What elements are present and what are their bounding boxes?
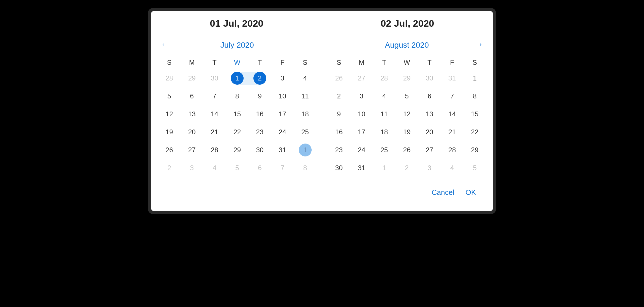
calendar-day[interactable]: 23 [328,141,350,159]
calendar-day[interactable]: 21 [203,123,226,141]
calendar-day[interactable]: 17 [350,123,373,141]
calendar-day[interactable]: 23 [248,123,271,141]
calendar-day[interactable]: 27 [418,141,441,159]
calendar-day[interactable]: 27 [181,141,203,159]
calendar-day[interactable]: 3 [418,159,441,177]
calendar-day[interactable]: 30 [248,141,271,159]
calendar-day[interactable]: 19 [396,123,418,141]
calendar-day[interactable]: 7 [203,87,226,105]
calendar-day[interactable]: 26 [328,69,350,87]
calendar-day[interactable]: 29 [463,141,486,159]
calendar-day[interactable]: 5 [158,87,181,105]
start-date-label: 01 Jul, 2020 [151,18,322,29]
chevron-left-icon [161,42,166,48]
calendar-day[interactable]: 16 [328,123,350,141]
calendar-day[interactable]: 30 [418,69,441,87]
calendar-day[interactable]: 7 [271,159,294,177]
calendar-day[interactable]: 15 [463,105,486,123]
dow-label: M [181,56,203,69]
calendar-day[interactable]: 28 [203,141,226,159]
ok-button[interactable]: OK [465,188,476,197]
calendar-day[interactable]: 3 [181,159,203,177]
calendar-day[interactable]: 13 [181,105,203,123]
left-month-label[interactable]: July 2020 [220,41,254,50]
calendar-day[interactable]: 24 [350,141,373,159]
calendar-day[interactable]: 25 [373,141,396,159]
calendar-day[interactable]: 15 [226,105,249,123]
calendar-day[interactable]: 29 [396,69,418,87]
calendar-day[interactable]: 28 [158,69,181,87]
calendar-day[interactable]: 5 [463,159,486,177]
calendar-day[interactable]: 12 [158,105,181,123]
calendar-day[interactable]: 19 [158,123,181,141]
calendar-day[interactable]: 28 [373,69,396,87]
calendar-day[interactable]: 8 [463,87,486,105]
calendar-day[interactable]: 2 [158,159,181,177]
calendar-day[interactable]: 20 [181,123,203,141]
calendar-day[interactable]: 4 [294,69,316,87]
calendar-day[interactable]: 9 [328,105,350,123]
dow-label: S [294,56,316,69]
calendar-day[interactable]: 4 [203,159,226,177]
calendar-day[interactable]: 10 [271,87,294,105]
calendar-day[interactable]: 31 [271,141,294,159]
calendar-day[interactable]: 26 [396,141,418,159]
calendar-day[interactable]: 6 [181,87,203,105]
calendar-day[interactable]: 1 [463,69,486,87]
calendar-day[interactable]: 1 [226,69,249,87]
calendar-day[interactable]: 22 [226,123,249,141]
calendar-day[interactable]: 2 [328,87,350,105]
calendar-day[interactable]: 13 [418,105,441,123]
calendar-day[interactable]: 29 [226,141,249,159]
calendar-day[interactable]: 14 [203,105,226,123]
calendar-day[interactable]: 3 [271,69,294,87]
calendar-day[interactable]: 30 [328,159,350,177]
calendar-day[interactable]: 18 [373,123,396,141]
calendar-day[interactable]: 5 [226,159,249,177]
calendar-day[interactable]: 11 [373,105,396,123]
calendar-day[interactable]: 8 [294,159,316,177]
calendar-day[interactable]: 24 [271,123,294,141]
calendar-day[interactable]: 3 [350,87,373,105]
calendar-day[interactable]: 2 [248,69,271,87]
calendar-day[interactable]: 12 [396,105,418,123]
calendar-day[interactable]: 20 [418,123,441,141]
calendar-day[interactable]: 25 [294,123,316,141]
calendar-day[interactable]: 6 [248,159,271,177]
calendar-day[interactable]: 5 [396,87,418,105]
calendar-day[interactable]: 7 [441,87,463,105]
calendar-day[interactable]: 29 [181,69,203,87]
right-month-label[interactable]: August 2020 [385,41,429,50]
calendar-day[interactable]: 30 [203,69,226,87]
calendar-day[interactable]: 6 [418,87,441,105]
calendar-day[interactable]: 26 [158,141,181,159]
calendar-day[interactable]: 14 [441,105,463,123]
calendar-day[interactable]: 4 [373,87,396,105]
calendar-day[interactable]: 9 [248,87,271,105]
calendar-day[interactable]: 18 [294,105,316,123]
dow-label: W [226,56,249,69]
calendar-day[interactable]: 28 [441,141,463,159]
dow-label: S [463,56,486,69]
calendar-day[interactable]: 22 [463,123,486,141]
calendar-day[interactable]: 2 [396,159,418,177]
calendar-day[interactable]: 27 [350,69,373,87]
calendar-day[interactable]: 11 [294,87,316,105]
prev-month-button[interactable] [160,41,167,49]
dow-label: T [203,56,226,69]
calendar-day[interactable]: 31 [350,159,373,177]
calendar-day[interactable]: 4 [441,159,463,177]
calendar-day[interactable]: 1 [294,141,316,159]
calendar-day[interactable]: 21 [441,123,463,141]
calendar-day[interactable]: 16 [248,105,271,123]
next-month-button[interactable] [477,41,484,49]
calendar-day[interactable]: 17 [271,105,294,123]
chevron-right-icon [478,42,483,48]
dow-label: T [418,56,441,69]
calendar-day[interactable]: 1 [373,159,396,177]
cancel-button[interactable]: Cancel [431,188,454,197]
calendar-day[interactable]: 31 [441,69,463,87]
dow-label: M [350,56,373,69]
calendar-day[interactable]: 8 [226,87,249,105]
calendar-day[interactable]: 10 [350,105,373,123]
